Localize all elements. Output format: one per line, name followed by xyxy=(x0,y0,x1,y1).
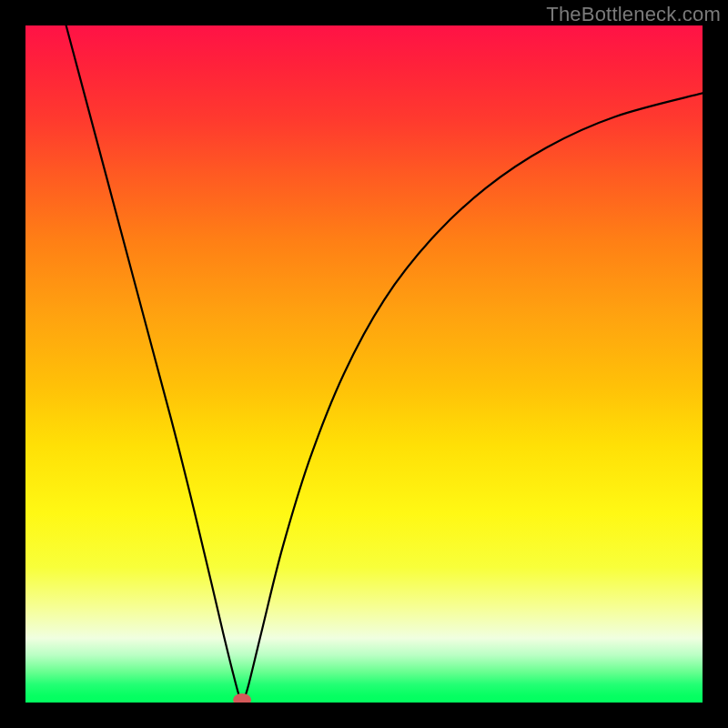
watermark-text: TheBottleneck.com xyxy=(546,3,721,26)
optimal-point-marker xyxy=(233,693,251,703)
curve-svg xyxy=(25,25,703,703)
chart-container: TheBottleneck.com xyxy=(0,0,728,728)
plot-area xyxy=(25,25,703,703)
bottleneck-curve xyxy=(66,25,703,700)
